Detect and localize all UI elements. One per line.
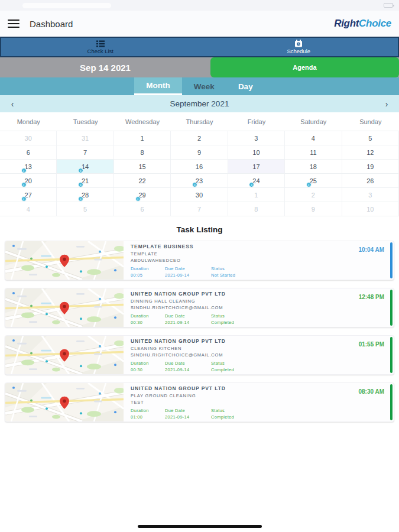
prev-month-icon[interactable]: ‹ — [8, 99, 17, 109]
calendar-day-cell[interactable]: 10 — [342, 202, 399, 216]
calendar-day-cell[interactable]: 28 i — [57, 188, 113, 202]
calendar-day-cell[interactable]: 6 — [0, 145, 57, 160]
calendar-day-cell[interactable]: 21 i — [57, 174, 113, 188]
calendar-day-cell[interactable]: 5 — [57, 202, 113, 216]
calendar-day-cell[interactable]: 13 i — [0, 160, 57, 174]
day-number: 18 — [310, 163, 317, 170]
calendar-day-cell[interactable]: 3 — [342, 188, 399, 202]
calendar-day-cell[interactable]: 20 i — [0, 174, 57, 188]
calendar-day-cell[interactable]: 2 — [171, 131, 228, 145]
calendar-day-cell[interactable]: 25 i — [285, 174, 342, 188]
agenda-button[interactable]: Agenda — [210, 57, 399, 77]
tab-week[interactable]: Week — [182, 77, 226, 95]
tab-check-list[interactable]: Check List — [1, 38, 200, 56]
calendar-day-cell[interactable]: 3 — [228, 131, 285, 145]
task-name: CLEANING KITCHEN — [131, 346, 387, 351]
calendar-day-cell[interactable]: 30 — [0, 131, 57, 145]
duration-label: Duration — [131, 266, 165, 271]
home-indicator[interactable] — [138, 525, 262, 528]
duration-value: 00:05 — [131, 273, 165, 278]
status-value: Completed — [211, 320, 387, 325]
tab-day[interactable]: Day — [226, 77, 265, 95]
tab-schedule[interactable]: Schedule — [200, 38, 398, 56]
calendar-day-cell[interactable]: 15 — [114, 160, 171, 174]
day-number: 12 — [366, 149, 374, 156]
calendar-day-cell[interactable]: 29 i — [114, 188, 171, 202]
task-count-badge-icon: i — [306, 182, 312, 187]
status-value: Completed — [211, 367, 387, 372]
calendar-day-cell[interactable]: 11 — [285, 145, 342, 160]
day-number: 10 — [252, 149, 259, 156]
day-number: 7 — [83, 149, 87, 156]
battery-icon — [384, 3, 393, 8]
task-assignee: ABDULWAHEEDCEO — [131, 258, 387, 263]
task-count-badge-icon: i — [78, 196, 83, 202]
calendar-day-cell[interactable]: 19 — [342, 160, 399, 174]
duration-label: Duration — [131, 408, 165, 413]
calendar-day-cell[interactable]: 1 — [228, 188, 285, 202]
day-number: 16 — [196, 163, 203, 170]
task-card[interactable]: UNITED NATION GROUP PVT LTD PLAY GROUND … — [5, 382, 394, 422]
calendar-day-cell[interactable]: 18 — [285, 160, 342, 174]
task-listing-title: Task Listing — [0, 225, 399, 234]
calendar-day-cell[interactable]: 6 — [114, 202, 171, 216]
task-time: 12:48 PM — [359, 294, 384, 300]
map-image — [5, 336, 124, 374]
calendar-day-cell[interactable]: 1 — [114, 131, 171, 145]
task-count-badge-icon: i — [192, 182, 197, 187]
calendar-day-cell[interactable]: 14 i — [57, 160, 113, 174]
next-month-icon[interactable]: › — [382, 99, 391, 109]
task-card[interactable]: UNITED NATION GROUP PVT LTD CLEANING KIT… — [5, 335, 394, 375]
task-meta: Duration Due Date Status 01:00 2021-09-1… — [131, 408, 387, 420]
task-list: TEMPLATE BUSINESS TEMPLATE ABDULWAHEEDCE… — [0, 241, 399, 422]
main-tab-bar: Check List Schedule — [0, 37, 399, 57]
task-company: UNITED NATION GROUP PVT LTD — [131, 385, 387, 391]
calendar-day-cell[interactable]: 4 — [0, 202, 57, 216]
schedule-calendar-icon — [294, 40, 303, 47]
status-value: Completed — [211, 414, 387, 420]
calendar-day-cell[interactable]: 22 — [114, 174, 171, 188]
calendar-day-cell[interactable]: 9 — [285, 202, 342, 216]
calendar-day-cell[interactable]: 31 — [57, 131, 113, 145]
calendar-day-cell[interactable]: 30 — [171, 188, 228, 202]
calendar-day-cell[interactable]: 2 — [285, 188, 342, 202]
calendar-day-cell[interactable]: 7 — [171, 202, 228, 216]
tab-month[interactable]: Month — [134, 77, 181, 95]
task-card[interactable]: TEMPLATE BUSINESS TEMPLATE ABDULWAHEEDCE… — [5, 241, 394, 280]
calendar-day-cell[interactable]: 8 — [114, 145, 171, 160]
due-date-value: 2021-09-14 — [165, 320, 211, 325]
calendar-day-cell[interactable]: 26 — [342, 174, 399, 188]
calendar-day-cell[interactable]: 17 — [228, 160, 285, 174]
app-header: Dashboard RightChoice — [0, 11, 399, 37]
calendar-day-cell[interactable]: 24 i — [228, 174, 285, 188]
tab-check-list-label: Check List — [87, 48, 113, 54]
status-label: Status — [211, 361, 387, 366]
day-number: 8 — [141, 149, 144, 156]
calendar-day-cell[interactable]: 4 — [285, 131, 342, 145]
day-number: 4 — [27, 206, 30, 213]
day-number: 1 — [254, 192, 258, 199]
calendar-day-cell[interactable]: 8 — [228, 202, 285, 216]
selected-date[interactable]: Sep 14 2021 — [0, 57, 210, 77]
day-number: 15 — [138, 163, 145, 170]
calendar-day-cell[interactable]: 10 — [228, 145, 285, 160]
due-date-value: 2021-09-14 — [165, 367, 211, 372]
calendar-day-cell[interactable]: 16 — [171, 160, 228, 174]
calendar-day-cell[interactable]: 9 — [171, 145, 228, 160]
status-label: Status — [211, 408, 387, 413]
calendar-day-cell[interactable]: 12 — [342, 145, 399, 160]
calendar-day-cell[interactable]: 27 i — [0, 188, 57, 202]
due-date-label: Due Date — [165, 408, 211, 413]
calendar-day-cell[interactable]: 5 — [342, 131, 399, 145]
task-meta: Duration Due Date Status 00:05 2021-09-1… — [131, 266, 387, 278]
status-accent-bar — [390, 242, 392, 278]
weekday-label: Sunday — [342, 118, 399, 125]
task-company: UNITED NATION GROUP PVT LTD — [131, 291, 387, 297]
calendar-day-cell[interactable]: 7 — [57, 145, 113, 160]
task-card[interactable]: UNITED NATION GROUP PVT LTD DINNING HALL… — [5, 288, 394, 327]
status-accent-bar — [390, 384, 392, 420]
menu-icon[interactable] — [8, 20, 20, 28]
calendar-day-cell[interactable]: 23 i — [171, 174, 228, 188]
task-assignee: SINDHU.RIGHTCHOICE@GMAIL.COM — [131, 305, 387, 310]
task-count-badge-icon: i — [78, 168, 83, 173]
